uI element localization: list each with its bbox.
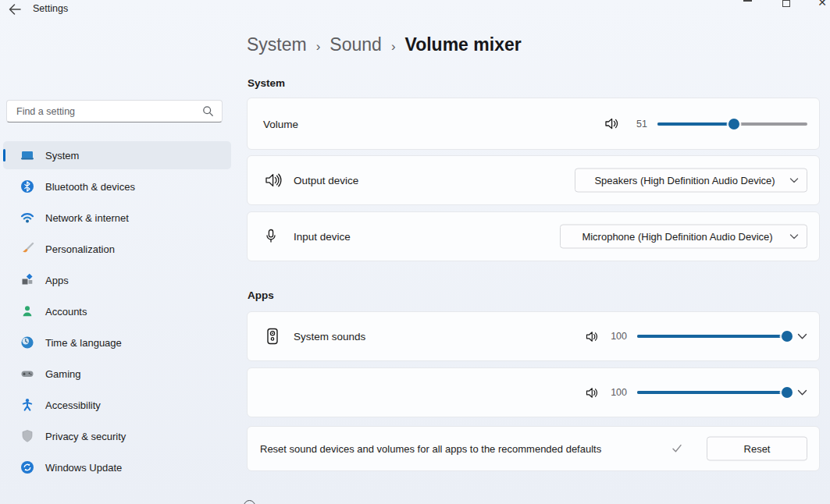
output-device-dropdown[interactable]: Speakers (High Definition Audio Device) bbox=[575, 169, 807, 193]
maximize-button[interactable] bbox=[782, 0, 790, 7]
sidebar-item-time-language[interactable]: Time & language bbox=[3, 328, 231, 357]
breadcrumb-separator-icon: › bbox=[316, 39, 321, 55]
reset-description: Reset sound devices and volumes for all … bbox=[260, 443, 601, 455]
windows-update-icon bbox=[20, 460, 34, 474]
time-language-icon bbox=[20, 335, 34, 350]
gaming-icon bbox=[20, 367, 34, 381]
expand-chevron-button[interactable] bbox=[797, 389, 807, 396]
sidebar-item-accounts[interactable]: Accounts bbox=[3, 297, 231, 325]
system-sounds-value: 100 bbox=[608, 331, 627, 342]
sidebar-item-label: Network & internet bbox=[45, 212, 129, 224]
sidebar-item-apps[interactable]: Apps bbox=[3, 266, 231, 294]
sidebar-item-label: Apps bbox=[45, 275, 69, 286]
speaker-loud-icon bbox=[265, 172, 282, 188]
slider-thumb[interactable] bbox=[728, 119, 739, 130]
accessibility-icon bbox=[20, 398, 34, 412]
system-icon bbox=[20, 148, 34, 162]
sidebar-item-label: Windows Update bbox=[45, 462, 122, 474]
reset-button[interactable]: Reset bbox=[707, 437, 807, 461]
privacy-icon bbox=[20, 429, 34, 443]
breadcrumb-sound[interactable]: Sound bbox=[330, 34, 382, 55]
sidebar-item-accessibility[interactable]: Accessibility bbox=[3, 391, 231, 419]
app-volume-slider[interactable] bbox=[637, 385, 787, 399]
microphone-icon bbox=[265, 229, 277, 244]
search-input[interactable] bbox=[7, 106, 202, 117]
volume-slider[interactable] bbox=[657, 117, 807, 131]
apps-icon bbox=[20, 273, 34, 287]
slider-thumb[interactable] bbox=[782, 387, 793, 398]
sidebar-item-label: Personalization bbox=[45, 243, 115, 255]
input-device-label: Input device bbox=[294, 231, 351, 243]
slider-fill bbox=[657, 122, 734, 126]
output-device-value: Speakers (High Definition Audio Device) bbox=[594, 175, 775, 186]
search-icon bbox=[202, 105, 214, 117]
section-label-system: System bbox=[248, 77, 285, 89]
close-button[interactable]: ✕ bbox=[818, 0, 827, 8]
sidebar-item-personalization[interactable]: Personalization bbox=[3, 235, 231, 263]
sidebar-item-label: Gaming bbox=[45, 368, 81, 380]
sidebar-item-network-internet[interactable]: Network & internet bbox=[3, 204, 231, 232]
output-device-label: Output device bbox=[294, 175, 358, 186]
network-icon bbox=[20, 211, 34, 225]
search-box[interactable] bbox=[6, 100, 223, 122]
section-label-apps: Apps bbox=[248, 289, 274, 301]
app-volume-card: 100 bbox=[247, 367, 820, 417]
system-sounds-icon bbox=[265, 328, 280, 345]
sidebar-item-system[interactable]: System bbox=[3, 141, 231, 169]
sidebar-item-label: Privacy & security bbox=[45, 431, 126, 442]
app-volume-value: 100 bbox=[608, 387, 627, 398]
sidebar-item-bluetooth-devices[interactable]: Bluetooth & devices bbox=[3, 172, 231, 201]
volume-card: Volume 51 bbox=[247, 98, 820, 150]
bluetooth-icon bbox=[20, 179, 34, 193]
breadcrumb: System › Sound › Volume mixer bbox=[247, 34, 522, 55]
sidebar-item-label: System bbox=[45, 150, 79, 161]
sidebar-nav: System Bluetooth & devices Network & int… bbox=[3, 141, 231, 484]
breadcrumb-separator-icon: › bbox=[391, 39, 396, 55]
sidebar-item-gaming[interactable]: Gaming bbox=[3, 360, 231, 388]
volume-label: Volume bbox=[263, 118, 298, 130]
slider-fill bbox=[637, 335, 787, 338]
sidebar-item-privacy-security[interactable]: Privacy & security bbox=[3, 422, 231, 450]
speaker-icon bbox=[586, 331, 599, 343]
checkmark-icon bbox=[671, 444, 682, 453]
input-device-value: Microphone (High Definition Audio Device… bbox=[582, 231, 772, 243]
breadcrumb-system[interactable]: System bbox=[247, 34, 307, 55]
speaker-icon bbox=[586, 387, 599, 399]
chevron-down-icon bbox=[789, 233, 799, 240]
personalization-icon bbox=[20, 242, 34, 256]
input-device-dropdown[interactable]: Microphone (High Definition Audio Device… bbox=[560, 225, 807, 249]
page-title: Volume mixer bbox=[405, 34, 522, 55]
sidebar: System Bluetooth & devices Network & int… bbox=[0, 0, 234, 504]
minimize-button[interactable] bbox=[743, 0, 752, 2]
sidebar-item-label: Accounts bbox=[45, 306, 87, 318]
input-device-card: Input device Microphone (High Definition… bbox=[247, 211, 820, 261]
sidebar-item-windows-update[interactable]: Windows Update bbox=[3, 453, 231, 481]
output-device-card: Output device Speakers (High Definition … bbox=[247, 155, 820, 205]
expand-chevron-button[interactable] bbox=[797, 333, 807, 340]
system-sounds-card: System sounds 100 bbox=[247, 311, 820, 361]
sidebar-item-label: Accessibility bbox=[45, 399, 101, 411]
chevron-down-icon bbox=[789, 177, 799, 183]
system-sounds-label: System sounds bbox=[294, 331, 365, 343]
system-sounds-slider[interactable] bbox=[637, 329, 787, 343]
speaker-icon bbox=[604, 117, 619, 130]
partial-circle-icon bbox=[244, 500, 255, 504]
sidebar-item-label: Bluetooth & devices bbox=[45, 181, 135, 193]
selected-accent-pill bbox=[3, 149, 5, 161]
slider-thumb[interactable] bbox=[782, 331, 793, 342]
reset-card: Reset sound devices and volumes for all … bbox=[247, 426, 820, 471]
slider-fill bbox=[637, 391, 787, 394]
sidebar-item-label: Time & language bbox=[45, 337, 122, 349]
accounts-icon bbox=[20, 304, 34, 318]
volume-value: 51 bbox=[629, 119, 647, 130]
